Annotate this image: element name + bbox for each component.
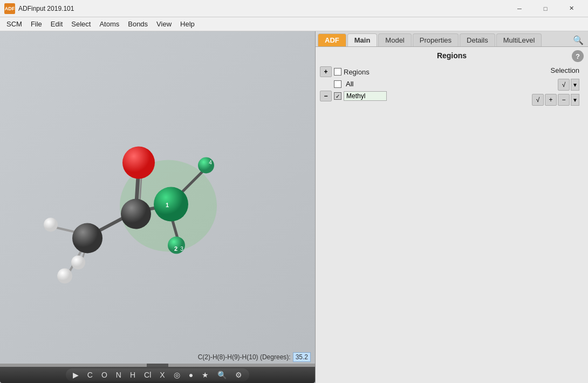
tab-adf[interactable]: ADF <box>318 33 346 46</box>
menu-atoms[interactable]: Atoms <box>95 19 124 29</box>
tab-model[interactable]: Model <box>378 33 411 46</box>
toolbar-ring[interactable]: ◎ <box>171 370 183 380</box>
svg-text:1: 1 <box>166 202 169 208</box>
menu-scm[interactable]: SCM <box>2 19 26 29</box>
methyl-region-row: − ✓ <box>320 91 387 101</box>
window-title: ADFinput 2019.101 <box>18 5 507 12</box>
app-icon: ADF <box>4 3 15 14</box>
regions-label: Regions <box>344 68 370 76</box>
svg-text:2: 2 <box>174 245 177 252</box>
toolbar-settings[interactable]: ⚙ <box>233 370 245 380</box>
tab-bar: ADF Main Model Properties Details MultiL… <box>316 31 588 47</box>
toolbar-O[interactable]: O <box>99 370 110 380</box>
selection-check-1[interactable]: √ <box>558 79 570 91</box>
selection-check-2[interactable]: √ <box>532 94 544 106</box>
svg-point-17 <box>44 218 58 232</box>
menu-select[interactable]: Select <box>67 19 95 29</box>
methyl-checkbox[interactable]: ✓ <box>334 92 341 100</box>
selection-dropdown-1[interactable]: ▼ <box>571 79 579 91</box>
toolbar-Cl[interactable]: Cl <box>141 370 154 380</box>
menu-bonds[interactable]: Bonds <box>124 19 152 29</box>
main-layout: 1 2 3 4 <box>0 31 588 383</box>
all-region-row <box>334 79 387 88</box>
svg-point-18 <box>71 256 85 270</box>
svg-point-10 <box>122 147 155 179</box>
molecule-svg: 1 2 3 4 <box>39 106 255 295</box>
svg-text:3: 3 <box>180 246 183 252</box>
regions-panel: + Regions − ✓ <box>316 62 588 110</box>
svg-point-12 <box>72 223 102 254</box>
toolbar-X[interactable]: X <box>157 370 167 380</box>
tab-details[interactable]: Details <box>460 33 495 46</box>
toolbar-container: ▶ C O N H Cl X ◎ ● ★ 🔍 ⚙ <box>66 368 249 381</box>
close-button[interactable]: ✕ <box>559 0 584 17</box>
selection-row-2: √ + − ▼ <box>532 94 579 106</box>
add-region-button[interactable]: + <box>320 66 332 77</box>
minimize-button[interactable]: ─ <box>507 0 532 17</box>
status-value: 35.2 <box>293 352 311 362</box>
all-checkbox[interactable] <box>334 80 341 88</box>
toolbar-H[interactable]: H <box>127 370 138 380</box>
toolbar-C[interactable]: C <box>85 370 95 380</box>
tab-properties[interactable]: Properties <box>413 33 459 46</box>
toolbar-search[interactable]: 🔍 <box>215 370 229 380</box>
selection-add[interactable]: + <box>545 94 557 106</box>
selection-remove[interactable]: − <box>558 94 570 106</box>
all-region-input[interactable] <box>344 79 387 88</box>
menu-file[interactable]: File <box>26 19 46 29</box>
svg-text:4: 4 <box>209 160 212 166</box>
methyl-region-input[interactable] <box>344 91 387 101</box>
menu-help[interactable]: Help <box>176 19 199 29</box>
toolbar-cursor[interactable]: ▶ <box>70 370 81 380</box>
panel-title: Regions <box>437 51 467 60</box>
tab-main[interactable]: Main <box>347 33 378 46</box>
toolbar-dot[interactable]: ● <box>186 370 196 380</box>
maximize-button[interactable]: □ <box>533 0 558 17</box>
status-label: C(2)-H(8)-H(9)-H(10) (Degrees): <box>198 353 291 361</box>
svg-point-11 <box>121 199 151 229</box>
remove-region-button[interactable]: − <box>320 91 332 101</box>
menubar: SCM File Edit Select Atoms Bonds View He… <box>0 17 588 31</box>
window-controls: ─ □ ✕ <box>507 0 584 17</box>
regions-checkbox[interactable] <box>334 68 341 76</box>
svg-point-13 <box>154 187 188 222</box>
regions-header-row: + Regions <box>320 66 387 77</box>
menu-view[interactable]: View <box>152 19 176 29</box>
svg-point-16 <box>57 269 72 284</box>
selection-dropdown-2[interactable]: ▼ <box>571 94 579 106</box>
toolbar-N[interactable]: N <box>113 370 124 380</box>
toolbar: ▶ C O N H Cl X ◎ ● ★ 🔍 ⚙ <box>0 367 315 383</box>
titlebar: ADF ADFinput 2019.101 ─ □ ✕ <box>0 0 588 17</box>
molecule-area: 1 2 3 4 <box>0 31 315 351</box>
status-bar: C(2)-H(8)-H(9)-H(10) (Degrees): 35.2 <box>0 351 315 364</box>
help-button[interactable]: ? <box>572 50 584 62</box>
toolbar-star[interactable]: ★ <box>199 370 211 380</box>
panel-header: Regions ? <box>316 47 588 62</box>
selection-row-1: √ ▼ <box>558 79 579 91</box>
search-tab-icon[interactable]: 🔍 <box>571 33 586 46</box>
tab-multilevel[interactable]: MultiLevel <box>496 33 542 46</box>
selection-header: Selection <box>551 66 579 76</box>
viewport[interactable]: 1 2 3 4 <box>0 31 316 383</box>
menu-edit[interactable]: Edit <box>46 19 67 29</box>
right-panel: ADF Main Model Properties Details MultiL… <box>316 31 588 383</box>
